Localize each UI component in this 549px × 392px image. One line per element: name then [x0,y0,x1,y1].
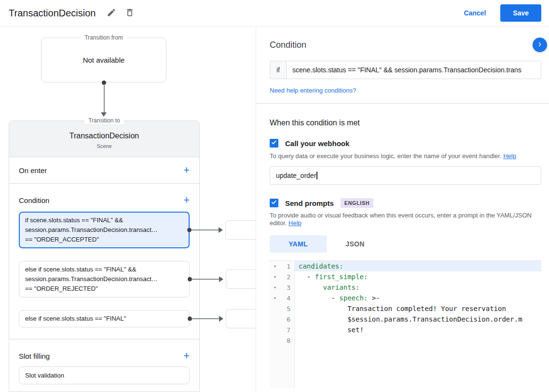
code-line[interactable]: 8 [270,335,541,346]
line-number: 3 [280,284,295,291]
check-icon [271,139,277,148]
connector-dot [102,81,106,85]
send-prompts-label: Send prompts [285,199,334,207]
condition-expression-input[interactable]: scene.slots.status == "FINAL" && session… [286,61,541,79]
code-line[interactable]: ▾ 4 - speech: >- [270,293,541,303]
condition-text: else if scene.slots.status == "FINAL" && [25,265,183,274]
pencil-icon [107,8,116,19]
send-prompts-checkbox[interactable] [270,199,278,207]
condition-text: session.params.TransactionDecision.trans… [25,225,183,235]
code-line[interactable]: 5 Transaction completed! Your reservatio… [270,303,541,314]
line-number: 1 [280,263,295,270]
transition-from-box: Transition from Not available [41,38,166,82]
fold-icon[interactable]: ▾ [270,285,280,290]
webhook-checkbox[interactable] [270,139,278,148]
prompts-description: To provide audio or visual feedback when… [270,212,536,227]
condition-text: if scene.slots.status == "FINAL" && [25,216,183,225]
editor-format-tabs: YAML JSON [270,235,541,253]
slot-filling-section: Slot filling + [9,339,199,361]
line-number: 8 [280,337,295,344]
transition-from-label: Transition from [81,34,127,41]
yaml-code-editor[interactable]: ▾ 1 candidates: ▾ 2 - first_simple: ▾ 3 … [270,260,541,388]
on-enter-section: On enter + [9,157,199,184]
webhook-help-link[interactable]: Help [503,152,516,160]
scene-header: TransactionDecision Scene [9,121,199,157]
when-met-title: When this condition is met [270,119,541,127]
condition-text: else if scene.slots.status == "FINAL" [25,314,183,324]
prompts-help-link[interactable]: Help [288,219,302,227]
fold-icon[interactable]: ▾ [270,264,280,269]
event-handler-value: update_order [276,172,316,179]
page-title: TransactionDecision [9,8,96,19]
scene-diagram-panel: Transition from Not available Transition… [0,27,256,392]
slot-filling-label: Slot filling [19,352,50,360]
connector-arrowhead [219,316,223,322]
webhook-label: Call your webhook [285,139,349,148]
condition-card[interactable]: else if scene.slots.status == "FINAL" &&… [19,261,190,297]
transition-target-box[interactable] [225,220,256,240]
connector-line [104,85,105,112]
condition-card[interactable]: if scene.slots.status == "FINAL" && sess… [19,212,190,248]
cancel-button[interactable]: Cancel [464,9,486,17]
chevron-right-icon [535,40,544,50]
connector-arrowhead [219,276,223,282]
connector-arrowhead [101,112,107,117]
connector-line [191,230,221,230]
edit-title-button[interactable] [102,4,121,22]
webhook-description: To query data or execute your business l… [270,152,536,160]
code-line[interactable]: 7 set! [270,324,541,335]
conditions-help-link[interactable]: Need help entering conditions? [270,87,356,94]
fold-icon[interactable]: ▾ [270,274,280,279]
tab-json[interactable]: JSON [327,235,384,253]
panel-title: Condition [270,40,306,50]
section-divider [256,103,549,104]
line-number: 6 [280,316,295,323]
condition-section-label: Condition [19,196,49,204]
check-icon [271,199,277,207]
on-enter-label: On enter [19,166,47,175]
add-on-enter-button[interactable]: + [183,165,190,175]
scene-type-label: Scene [13,143,195,149]
transition-to-label: Transition to [84,117,124,124]
add-slot-button[interactable]: + [183,351,190,361]
condition-editor-panel: Condition if scene.slots.status == "FINA… [256,27,549,392]
connector-arrowhead [219,227,223,233]
text-cursor [316,172,317,179]
language-badge: ENGLISH [341,198,373,208]
top-bar: TransactionDecision Cancel Save [0,0,549,27]
condition-card[interactable]: else if scene.slots.status == "FINAL" [19,310,190,327]
connector-line [192,318,221,319]
slot-validation-card[interactable]: Slot validation [19,366,190,384]
transition-to-box: Transition to TransactionDecision Scene … [9,121,200,392]
add-condition-button[interactable]: + [183,195,190,205]
save-button[interactable]: Save [500,4,541,22]
condition-text: == "ORDER_ACCEPTED" [25,235,183,244]
line-number: 7 [280,326,295,334]
tab-yaml[interactable]: YAML [270,235,327,253]
line-number: 2 [280,273,295,281]
transition-target-box[interactable] [226,309,256,328]
code-line[interactable]: 6 $session.params.TransactionDecision.or… [270,314,541,324]
line-number: 5 [280,305,295,312]
code-line[interactable]: ▾ 1 candidates: [270,261,541,271]
if-label: if [270,61,286,79]
scene-name: TransactionDecision [13,132,195,140]
condition-section: Condition + if scene.slots.status == "FI… [9,184,199,339]
collapse-panel-button[interactable] [533,38,547,52]
code-line[interactable]: ▾ 2 - first_simple: [270,271,541,282]
line-number: 4 [280,295,295,302]
connector-line [192,279,221,280]
fold-icon[interactable]: ▾ [270,296,280,300]
delete-scene-button[interactable] [121,4,139,22]
transition-from-content: Not available [83,56,125,64]
event-handler-input[interactable]: update_order [270,166,541,185]
condition-text: session.params.TransactionDecision.trans… [25,274,183,284]
code-line[interactable]: ▾ 3 variants: [270,282,541,293]
trash-icon [125,8,135,19]
condition-text: == "ORDER_REJECTED" [25,284,183,294]
transition-target-box[interactable] [226,270,256,289]
